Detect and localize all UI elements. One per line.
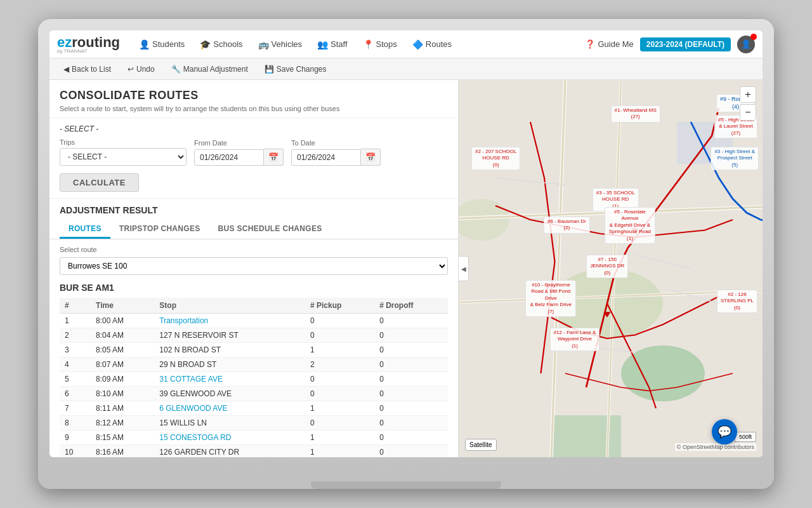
osm-credit: © OpenStreetMap contributors <box>675 443 756 451</box>
cell-num: 6 <box>60 387 91 401</box>
tab-tripstop-changes[interactable]: TRIPSTOP CHANGES <box>110 220 209 239</box>
map-label-5-rosedale[interactable]: #5 - Rosedale Avenue& Edgehill Drive &Sp… <box>605 207 655 244</box>
map-label-7-jennings[interactable]: #7 - 150JENNINGS DR(0) <box>586 255 628 278</box>
guide-me-icon: ❓ <box>585 39 595 49</box>
cell-dropoff: 0 <box>374 401 448 416</box>
cell-stop[interactable]: 6 GLENWOOD AVE <box>154 401 305 416</box>
undo-btn[interactable]: ↩ Undo <box>121 62 161 76</box>
map-label-12-farm[interactable]: #12 - Farm Lane &Waypoint Drive(1) <box>550 328 600 351</box>
chat-button[interactable]: 💬 <box>712 419 737 444</box>
form-row: Trips - SELECT - From Date 📅 To Date <box>60 138 448 166</box>
table-row: 6 8:10 AM 39 GLENWOOD AVE 0 0 <box>60 387 448 401</box>
to-date-input-group: 📅 <box>291 149 381 166</box>
zoom-in-btn[interactable]: + <box>740 86 756 103</box>
back-to-list-btn[interactable]: ◀ Back to List <box>57 62 117 76</box>
from-date-input-group: 📅 <box>194 149 284 166</box>
svg-rect-3 <box>551 415 621 457</box>
cell-num: 2 <box>60 328 91 343</box>
map-controls: + − <box>740 86 756 121</box>
map-background: #9 - Rodney(4) #5 - High Street& Laurel … <box>459 80 763 457</box>
panel-description: Select a route to start, system will try… <box>60 105 448 112</box>
map-label-3-high[interactable]: #3 - High Street &Prospect Street(5) <box>710 147 759 170</box>
collapse-panel-btn[interactable]: ◀ <box>459 256 469 281</box>
route-select[interactable]: Burrowes SE 100 <box>60 257 448 275</box>
zoom-out-btn[interactable]: − <box>740 104 756 121</box>
save-changes-btn[interactable]: 💾 Save Changes <box>258 62 333 76</box>
nav-vehicles[interactable]: 🚌 Vehicles <box>252 36 308 53</box>
map-label-2-school-house[interactable]: #2 - 207 SCHOOLHOUSE RD(0) <box>471 147 520 170</box>
from-date-label: From Date <box>194 139 284 147</box>
to-date-calendar-btn[interactable]: 📅 <box>361 149 381 166</box>
cell-num: 3 <box>60 343 91 358</box>
nav-schools[interactable]: 🎓 Schools <box>193 36 249 53</box>
year-badge[interactable]: 2023-2024 (DEFAULT) <box>640 37 731 51</box>
nav-vehicles-label: Vehicles <box>272 39 302 49</box>
guide-me-btn[interactable]: ❓ Guide Me <box>585 39 633 49</box>
nav-students-label: Students <box>152 39 185 49</box>
map-label-6-bausman[interactable]: #6 - Bausman Dr(2) <box>544 217 589 234</box>
tab-bus-schedule-changes[interactable]: BUS SCHEDULE CHANGES <box>209 220 331 239</box>
cell-stop[interactable]: Transportation <box>154 314 305 328</box>
map-label-1-wheatland[interactable]: #1- Wheatland MS(27) <box>611 105 660 123</box>
nav-students[interactable]: 👤 Students <box>133 36 191 53</box>
stop-link[interactable]: 15 CONESTOGA RD <box>159 433 231 442</box>
to-date-label: To Date <box>291 139 381 147</box>
cell-stop[interactable]: 31 COTTAGE AVE <box>154 372 305 387</box>
table-row: 10 8:16 AM 126 GARDEN CITY DR 1 0 <box>60 445 448 458</box>
stop-link[interactable]: Transportation <box>159 316 208 325</box>
from-date-input[interactable] <box>194 149 264 166</box>
svg-point-2 <box>621 345 705 401</box>
cell-pickup: 0 <box>305 314 374 328</box>
cell-pickup: 0 <box>305 416 374 431</box>
trips-label: Trips <box>60 138 187 146</box>
map-label-10-graythorne[interactable]: #10 - GraythorneRoad & Mill Pond Drive& … <box>525 280 576 317</box>
panel-header: CONSOLIDATE ROUTES Select a route to sta… <box>49 80 458 118</box>
cell-stop: 102 N BROAD ST <box>154 343 305 358</box>
calculate-button[interactable]: CALCULATE <box>60 173 139 192</box>
tabs: ROUTES TRIPSTOP CHANGES BUS SCHEDULE CHA… <box>60 220 448 239</box>
cell-dropoff: 0 <box>374 445 448 458</box>
cell-time: 8:10 AM <box>91 387 154 401</box>
cell-time: 8:12 AM <box>91 416 154 431</box>
result-title: ADJUSTMENT RESULT <box>60 205 448 215</box>
nav-staff[interactable]: 👥 Staff <box>311 36 354 53</box>
left-panel: CONSOLIDATE ROUTES Select a route to sta… <box>49 80 459 457</box>
form-section: - SELECT - Trips - SELECT - From Date 📅 <box>49 118 458 199</box>
main-content: CONSOLIDATE ROUTES Select a route to sta… <box>49 80 763 457</box>
cell-time: 8:15 AM <box>91 431 154 445</box>
cell-stop[interactable]: 15 CONESTOGA RD <box>154 431 305 445</box>
logo: ezrouting by TRANNAT <box>57 34 120 54</box>
satellite-btn[interactable]: Satellite <box>465 439 497 451</box>
cell-pickup: 1 <box>305 343 374 358</box>
from-date-calendar-btn[interactable]: 📅 <box>264 149 284 166</box>
select-label: - SELECT - <box>60 124 448 133</box>
laptop-base <box>311 481 501 489</box>
back-label: Back to List <box>72 65 111 74</box>
stop-link[interactable]: 6 GLENWOOD AVE <box>159 404 227 413</box>
cell-num: 7 <box>60 401 91 416</box>
trips-select[interactable]: - SELECT - <box>60 148 187 166</box>
to-date-input[interactable] <box>291 149 361 166</box>
save-icon: 💾 <box>265 65 274 74</box>
result-header: ADJUSTMENT RESULT ROUTES TRIPSTOP CHANGE… <box>49 199 458 239</box>
cell-dropoff: 0 <box>374 387 448 401</box>
result-content: Select route Burrowes SE 100 BUR SE AM1 … <box>49 239 458 457</box>
cell-time: 8:16 AM <box>91 445 154 458</box>
nav-stops[interactable]: 📍 Stops <box>357 36 403 53</box>
cell-time: 8:00 AM <box>91 314 154 328</box>
table-row: 9 8:15 AM 15 CONESTOGA RD 1 0 <box>60 431 448 445</box>
cell-num: 8 <box>60 416 91 431</box>
user-avatar[interactable]: 👤 <box>737 36 755 53</box>
nav-routes[interactable]: 🔷 Routes <box>406 36 458 53</box>
panel-title: CONSOLIDATE ROUTES <box>60 89 448 102</box>
tab-routes[interactable]: ROUTES <box>60 220 110 239</box>
secondary-nav: ◀ Back to List ↩ Undo 🔧 Manual Adjustmen… <box>49 58 763 80</box>
back-icon: ◀ <box>63 65 69 74</box>
map-label-2-sterling[interactable]: #2 - 126STERLING PL(0) <box>717 290 757 313</box>
cell-num: 4 <box>60 358 91 372</box>
manual-adjustment-btn[interactable]: 🔧 Manual Adjustment <box>165 62 254 76</box>
schools-icon: 🎓 <box>200 39 211 50</box>
cell-dropoff: 0 <box>374 358 448 372</box>
table-row: 7 8:11 AM 6 GLENWOOD AVE 1 0 <box>60 401 448 416</box>
stop-link[interactable]: 31 COTTAGE AVE <box>159 375 223 384</box>
